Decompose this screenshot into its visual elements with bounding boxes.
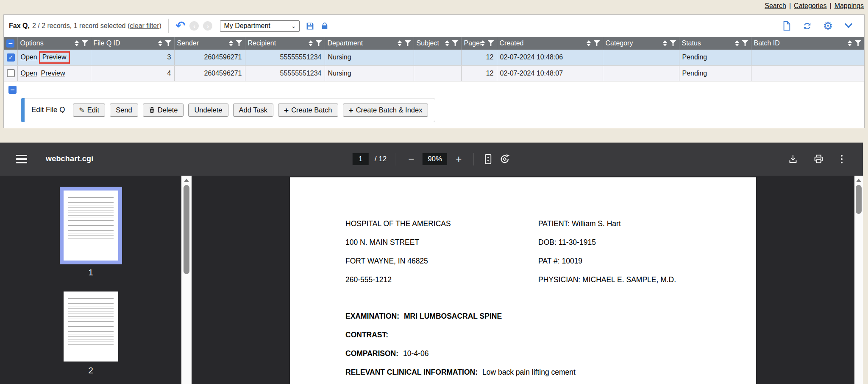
sort-icon[interactable] [663,40,667,46]
col-header-file-q-id[interactable]: File Q ID [91,37,174,50]
col-header-status[interactable]: Status [679,37,751,50]
thumbnail-page-2[interactable] [64,292,118,362]
zoom-in-button[interactable]: + [453,154,464,164]
col-header-pages[interactable]: Pages [461,37,497,50]
col-header-recipient[interactable]: Recipient [245,37,325,50]
cell-recipient: 55555551234 [245,65,325,81]
sort-icon[interactable] [481,40,485,46]
col-header-category[interactable]: Category [603,37,679,50]
pencil-icon: ✎ [79,106,84,114]
undo-icon[interactable]: ↶ [175,20,185,32]
row-checkbox-checked[interactable]: ✓ [7,53,15,62]
col-header-options[interactable]: Options [17,37,91,50]
filter-icon[interactable] [742,40,748,46]
chevron-down-icon[interactable] [844,22,853,30]
new-document-icon[interactable] [782,21,791,31]
row-checkbox-unchecked[interactable] [7,69,15,77]
fit-page-icon[interactable] [483,153,493,165]
cell-department: Nursing [325,50,414,65]
doc-patient-line: PAT #: 10019 [538,257,756,266]
doc-section-label: CONTRAST: [345,331,388,339]
sort-icon[interactable] [75,40,79,46]
thumbnail-panel: 1 2 [0,176,181,384]
document-scrollbar[interactable] [854,176,863,384]
edit-button[interactable]: ✎Edit [73,104,105,117]
categories-link[interactable]: Categories [794,2,826,10]
delete-button[interactable]: Delete [143,104,184,117]
gear-icon[interactable]: ⚙ [823,20,833,31]
scroll-up-icon[interactable] [856,179,861,182]
lock-icon[interactable] [320,22,329,31]
filter-icon[interactable] [82,40,88,46]
filter-icon[interactable] [452,40,459,46]
doc-section-label: RELEVANT CLINICAL INFORMATION: [345,368,478,377]
cell-subject [414,50,461,65]
sort-icon[interactable] [848,40,852,46]
filter-icon[interactable] [316,40,322,46]
send-button[interactable]: Send [110,104,138,117]
kebab-menu-icon[interactable] [839,154,845,165]
col-header-subject[interactable]: Subject [414,37,461,50]
filter-icon[interactable] [405,40,411,46]
nav-forward-icon[interactable]: › [203,21,212,31]
download-icon[interactable] [788,154,798,164]
thumbnail-scrollbar[interactable] [181,176,192,384]
search-link[interactable]: Search [765,2,786,10]
create-batch-index-button-label: Create Batch & Index [356,106,423,114]
sort-icon[interactable] [229,40,233,46]
open-link[interactable]: Open [21,70,37,77]
filter-icon[interactable] [488,40,494,46]
pdf-toolbar: webchart.cgi 1 / 12 − 90% + [0,143,863,176]
fax-queue-panel: Fax Q, 2 / 2 records, 1 record selected … [3,14,865,128]
print-icon[interactable] [813,154,824,164]
sort-icon[interactable] [735,40,739,46]
col-header-created[interactable]: Created [497,37,603,50]
plus-icon: + [284,107,289,113]
department-select[interactable]: My Department ⌄ [220,20,300,32]
col-header-sender[interactable]: Sender [174,37,245,50]
collapse-selection-checkbox[interactable]: − [8,86,17,94]
create-batch-index-button[interactable]: +Create Batch & Index [343,104,428,117]
clear-filter-link[interactable]: clear filter [130,22,159,29]
sort-icon[interactable] [158,40,162,46]
open-link[interactable]: Open [21,53,37,61]
refresh-icon[interactable] [802,21,812,31]
filter-icon[interactable] [594,40,600,46]
add-task-button[interactable]: Add Task [233,104,274,117]
rotate-icon[interactable] [499,154,510,165]
nav-back-icon[interactable]: ‹ [189,21,199,31]
mappings-link[interactable]: Mappings [835,2,864,10]
doc-section-value: 10-4-06 [403,349,428,358]
scrollbar-thumb[interactable] [184,185,189,274]
preview-link[interactable]: Preview [41,70,65,77]
preview-link[interactable]: Preview [42,53,67,61]
menu-icon[interactable] [16,155,27,164]
col-header-batch-id[interactable]: Batch ID [751,37,864,50]
col-header-department[interactable]: Department [325,37,414,50]
sort-icon[interactable] [398,40,402,46]
zoom-level[interactable]: 90% [423,153,447,165]
filter-icon[interactable] [855,40,861,46]
undelete-button[interactable]: Undelete [188,104,228,117]
filter-icon[interactable] [165,40,172,46]
select-all-checkbox[interactable]: − [6,39,14,48]
page-number-input[interactable]: 1 [353,153,369,165]
cell-batch-id [751,50,864,65]
sort-icon[interactable] [587,40,591,46]
create-batch-button[interactable]: +Create Batch [278,104,338,117]
table-row: ✓ OpenPreview 3 2604596271 55555551234 N… [4,50,864,65]
col-label: Department [328,39,363,47]
sort-icon[interactable] [445,40,449,46]
cell-subject [414,65,461,81]
thumbnail-page-1[interactable] [60,187,122,264]
save-icon[interactable] [306,22,314,31]
sort-icon[interactable] [309,40,313,46]
cell-department: Nursing [325,65,414,81]
filter-icon[interactable] [236,40,242,46]
filter-icon[interactable] [670,40,676,46]
col-label: Subject [417,39,439,47]
scroll-up-icon[interactable] [184,179,189,182]
action-bar: Edit File Q ✎Edit Send Delete Undelete A… [21,98,435,122]
scrollbar-thumb[interactable] [856,185,862,214]
zoom-out-button[interactable]: − [406,154,417,164]
